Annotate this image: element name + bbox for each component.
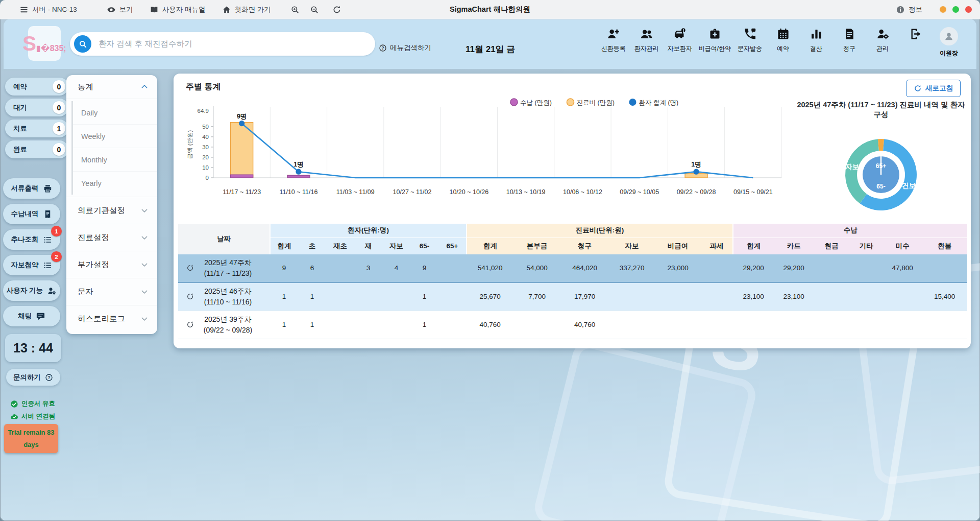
col-date: 날짜 [178, 224, 270, 254]
table-cell [922, 311, 967, 339]
nav-chart[interactable]: 결산 [802, 27, 830, 53]
menu-item-monthly[interactable]: Monthly [73, 148, 157, 172]
table-cell: 23,100 [733, 282, 774, 311]
menu-section-의료기관설정[interactable]: 의료기관설정 [66, 197, 157, 224]
col-header: 본부금 [513, 238, 560, 254]
nav-label: 자보환자 [668, 44, 692, 53]
refresh-button[interactable]: 새로고침 [906, 80, 961, 97]
menu-section-진료설정[interactable]: 진료설정 [66, 224, 157, 251]
table-cell: 541,020 [467, 254, 513, 282]
group-header: 수납 [733, 224, 967, 238]
settings-menu-panel: 통계 DailyWeeklyMonthlyYearly 의료기관설정진료설정부가… [66, 75, 157, 334]
col-header: 현금 [814, 238, 849, 254]
search-icon[interactable] [74, 35, 91, 53]
server-menu[interactable]: 서버 - NNC-13 [19, 5, 77, 14]
window-maximize-dot[interactable] [952, 6, 959, 13]
search-input[interactable] [97, 39, 375, 49]
user-profile[interactable]: 이원장 [935, 27, 963, 58]
tool-pill-자보첩약[interactable]: 자보첩약2 [3, 255, 60, 275]
row-refresh-icon[interactable] [186, 264, 194, 272]
table-cell [326, 282, 354, 311]
row-refresh-icon[interactable] [186, 292, 194, 301]
col-header: 과세 [701, 238, 733, 254]
col-header: 카드 [774, 238, 814, 254]
svg-text:11/03 ~ 11/09: 11/03 ~ 11/09 [336, 188, 375, 196]
phone-icon [743, 27, 757, 41]
manual-menu[interactable]: 사용자 매뉴얼 [150, 5, 206, 14]
nav-person-gear[interactable]: 관리 [868, 27, 897, 53]
menu-section-문자[interactable]: 문자 [66, 278, 157, 305]
card-title: 주별 통계 [186, 82, 220, 92]
status-count: 1 [53, 122, 65, 135]
section-label: 부가설정 [78, 259, 109, 270]
menu-item-weekly[interactable]: Weekly [73, 125, 157, 148]
tool-pill-추나조회[interactable]: 추나조회1 [3, 229, 60, 250]
menu-item-yearly[interactable]: Yearly [73, 172, 157, 195]
status-pill-완료[interactable]: 완료0 [5, 140, 68, 158]
status-pill-예약[interactable]: 예약0 [5, 78, 68, 96]
info-icon [896, 5, 905, 14]
svg-text:50: 50 [202, 124, 209, 130]
eye-icon [107, 5, 116, 14]
table-row[interactable]: 2025년 39주차(09/22 ~ 09/28)11140,76040,760 [178, 311, 967, 339]
titlebar: 서버 - NNC-13 보기 사용자 매뉴얼 첫화면 가기 SigmaChart… [0, 0, 980, 19]
chevron-down-icon [141, 207, 148, 214]
svg-text:자보: 자보 [845, 163, 859, 171]
contact-label: 문의하기 [13, 373, 41, 382]
nav-medicine[interactable]: 비급여/한약 [699, 27, 731, 53]
menu-section-히스토리로그[interactable]: 히스토리로그 [66, 305, 157, 332]
nav-phone[interactable]: 문자발송 [736, 27, 764, 53]
table-cell [814, 254, 849, 282]
weekly-combo-chart: 0102030405064.9금액 (만원)9명1명1명11/17 ~ 11/2… [184, 96, 789, 201]
home-menu[interactable]: 첫화면 가기 [222, 5, 271, 14]
nav-person-plus[interactable]: 신환등록 [599, 27, 628, 53]
svg-text:20: 20 [202, 154, 209, 160]
table-cell: 4 [382, 254, 410, 282]
nav-calendar[interactable]: 예약 [769, 27, 797, 53]
table-row[interactable]: 2025년 47주차(11/17 ~ 11/23)96349541,02054,… [178, 254, 967, 282]
menu-section-stats[interactable]: 통계 [66, 75, 157, 99]
nav-people[interactable]: 환자관리 [632, 27, 661, 53]
col-header: 합계 [270, 238, 298, 254]
table-cell: 9 [270, 254, 298, 282]
donut-panel: 2025년 47주차 (11/17 ~ 11/23) 진료비 내역 및 환자구성… [795, 100, 967, 240]
tool-label: 수납내역 [11, 209, 39, 219]
menu-item-daily[interactable]: Daily [73, 101, 157, 125]
svg-text:?: ? [47, 374, 50, 380]
tool-pill-채팅[interactable]: 채팅 [3, 306, 60, 326]
svg-text:9명: 9명 [237, 113, 247, 120]
table-cell: 9 [410, 254, 438, 282]
nav-car[interactable]: 자보환자 [666, 27, 694, 53]
window-minimize-dot[interactable] [940, 6, 946, 13]
table-cell [438, 282, 467, 311]
tool-pill-사용자-기능[interactable]: 사용자 기능 [3, 280, 60, 301]
tool-pill-수납내역[interactable]: 수납내역 [3, 204, 60, 224]
reload-button[interactable] [332, 5, 341, 14]
nav-doc[interactable]: 청구 [835, 27, 864, 53]
zoom-in-button[interactable] [290, 5, 300, 14]
contact-button[interactable]: 문의하기 ? [6, 369, 60, 386]
status-pill-대기[interactable]: 대기0 [5, 99, 68, 116]
row-refresh-icon[interactable] [186, 320, 194, 329]
view-menu[interactable]: 보기 [107, 5, 133, 14]
table-row[interactable]: 2025년 46주차(11/10 ~ 11/16)11125,6707,7001… [178, 282, 967, 311]
table-cell: 7,700 [513, 282, 560, 311]
info-button[interactable]: 정보 [896, 5, 922, 14]
col-header: 환불 [922, 238, 967, 254]
stats-submenu: DailyWeeklyMonthlyYearly [71, 101, 157, 195]
svg-text:1명: 1명 [293, 161, 303, 168]
table-cell: 3 [354, 254, 382, 282]
status-label: 치료 [13, 124, 27, 133]
info-label: 정보 [909, 5, 922, 14]
col-header: 초 [298, 238, 326, 254]
tool-pill-서류출력[interactable]: 서류출력 [3, 178, 60, 199]
table-cell: 54,000 [513, 254, 560, 282]
menu-section-부가설정[interactable]: 부가설정 [66, 251, 157, 278]
menu-search-button[interactable]: ? 메뉴검색하기 [379, 43, 431, 53]
person-plus-icon [606, 27, 620, 41]
status-pill-치료[interactable]: 치료1 [5, 120, 68, 137]
nav-logout[interactable] [901, 27, 930, 41]
window-close-dot[interactable] [965, 6, 972, 13]
table-cell [438, 254, 467, 282]
zoom-out-button[interactable] [310, 5, 319, 14]
